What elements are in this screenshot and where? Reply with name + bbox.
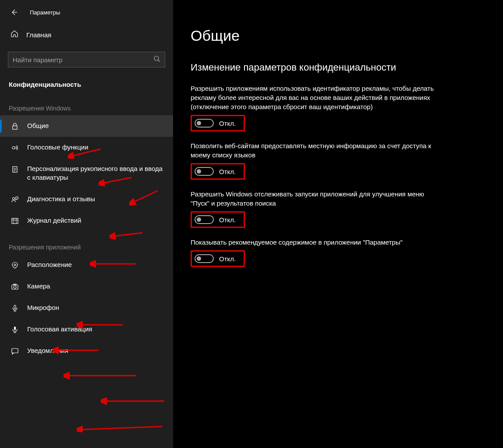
content-area: Общие Изменение параметров конфиденциаль… [173,0,503,448]
nav-label: Расположение [27,260,72,269]
toggle-switch[interactable] [195,215,214,224]
nav-label: Камера [27,282,50,291]
history-icon [11,217,19,225]
setting-desc: Разрешить Windows отслеживать запуски пр… [191,189,436,208]
group-app-permissions: Разрешения приложений [0,231,173,254]
group-windows-permissions: Разрешения Windows [0,92,173,115]
notification-icon [11,347,19,356]
nav-label: Уведомления [27,346,68,355]
nav-item-diagnostics[interactable]: Диагностика и отзывы [0,188,173,210]
page-heading: Общие [191,27,485,44]
annotation-arrow [77,424,164,432]
section-title: Конфиденциальность [0,68,173,92]
arrow-left-icon [11,9,18,16]
toggle-state-label: Откл. [219,120,236,127]
svg-rect-10 [14,305,16,309]
toggle-state-label: Откл. [219,168,236,175]
app-title: Параметры [30,9,60,16]
svg-line-22 [80,427,162,430]
nav-label: Голосовая активация [27,325,92,334]
lock-icon [11,122,19,131]
voice-activate-icon [11,325,19,334]
setting-desc: Разрешить приложениям использовать идент… [191,84,436,111]
annotation-highlight: Откл. [191,250,245,267]
annotation-highlight: Откл. [191,115,245,132]
nav-item-microphone[interactable]: Микрофон [0,297,173,319]
setting-desc: Показывать рекомендуемое содержимое в пр… [191,238,436,247]
setting-app-launches: Разрешить Windows отслеживать запуски пр… [191,189,436,228]
sub-heading: Изменение параметров конфиденциальности [191,62,485,73]
setting-suggested-content: Показывать рекомендуемое содержимое в пр… [191,238,436,267]
svg-rect-9 [14,284,16,285]
toggle-state-label: Откл. [219,255,236,263]
nav-label: Голосовые функции [27,143,89,152]
svg-rect-11 [14,327,16,330]
svg-rect-1 [13,126,17,129]
feedback-icon [11,195,19,204]
nav-item-location[interactable]: Расположение [0,254,173,276]
sidebar: Параметры Главная Конфиденциальность Раз… [0,0,173,448]
svg-point-4 [13,197,15,199]
nav-item-notifications[interactable]: Уведомления [0,340,173,362]
setting-desc: Позволить веб-сайтам предоставлять местн… [191,141,436,160]
camera-icon [11,282,19,291]
nav-label: Микрофон [27,303,59,312]
voice-icon [11,143,19,152]
search-box[interactable] [8,52,165,68]
svg-point-2 [12,146,15,149]
nav-item-general[interactable]: Общие [0,115,173,137]
nav-item-inking[interactable]: Персонализация рукописного ввода и ввода… [0,158,173,188]
search-icon [153,55,160,64]
nav-label: Журнал действий [27,216,81,225]
clipboard-icon [11,165,19,174]
setting-advertising-id: Разрешить приложениям использовать идент… [191,84,436,132]
home-nav[interactable]: Главная [0,25,173,44]
svg-point-6 [14,264,16,266]
titlebar: Параметры [0,0,173,25]
location-icon [11,261,19,270]
annotation-arrow [64,372,138,380]
nav-label: Общие [27,121,49,130]
search-input[interactable] [13,56,153,64]
toggle-state-label: Откл. [219,216,236,224]
nav-label: Персонализация рукописного ввода и ввода… [27,164,164,182]
nav-item-activity-history[interactable]: Журнал действий [0,210,173,231]
back-button[interactable] [10,8,18,17]
annotation-arrow [101,397,166,405]
annotation-highlight: Откл. [191,211,245,228]
nav-label: Диагностика и отзывы [27,195,95,203]
microphone-icon [11,304,19,313]
svg-rect-12 [12,348,18,353]
home-label: Главная [26,31,51,39]
home-icon [11,30,18,39]
annotation-highlight: Откл. [191,163,245,180]
toggle-switch[interactable] [195,254,214,263]
nav-item-camera[interactable]: Камера [0,276,173,297]
svg-point-8 [14,286,16,288]
setting-language-list: Позволить веб-сайтам предоставлять местн… [191,141,436,180]
nav-item-voice[interactable]: Голосовые функции [0,137,173,158]
toggle-switch[interactable] [195,119,214,128]
svg-point-0 [154,56,159,60]
nav-item-voice-activation[interactable]: Голосовая активация [0,319,173,340]
toggle-switch[interactable] [195,167,214,176]
svg-rect-5 [12,218,18,224]
